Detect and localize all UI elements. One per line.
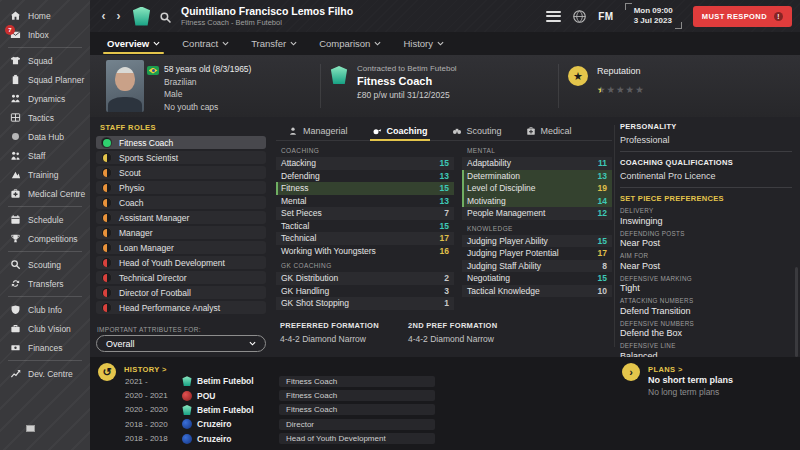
right-panel: PERSONALITY Professional COACHING QUALIF… <box>620 122 792 361</box>
staff-role-physio[interactable]: Physio <box>96 181 266 194</box>
staff-role-assistant-manager[interactable]: Assistant Manager <box>96 211 266 224</box>
sidebar-item-label: Club Info <box>28 305 62 315</box>
sidebar-item-club-vision[interactable]: Club Vision <box>0 319 90 338</box>
staff-role-fitness-coach[interactable]: Fitness Coach <box>96 136 266 149</box>
personality-value: Professional <box>620 135 792 145</box>
attribute-rows: Adaptability11Determination13Level of Di… <box>462 157 612 220</box>
history-row[interactable]: 2020 - 2021POUFitness Coach <box>125 388 435 402</box>
staff-role-loan-manager[interactable]: Loan Manager <box>96 241 266 254</box>
staff-role-label: Head of Youth Development <box>119 258 225 268</box>
game-clock[interactable]: Mon 09:00 3 Jul 2023 <box>625 3 682 29</box>
staff-role-coach[interactable]: Coach <box>96 196 266 209</box>
sidebar-item-medical-centre[interactable]: Medical Centre <box>0 184 90 203</box>
attribute-tab-medical[interactable]: Medical <box>526 121 572 140</box>
sidebar-item-label: Home <box>28 11 51 21</box>
attribute-value: 3 <box>444 286 449 296</box>
sidebar-footer-icon[interactable] <box>26 425 35 432</box>
attribute-value: 1 <box>444 298 449 308</box>
sidebar-item-label: Tactics <box>28 113 54 123</box>
plans-header[interactable]: PLANS > <box>648 365 683 374</box>
attribute-row-people-management: People Management12 <box>462 207 612 220</box>
sidebar-item-staff[interactable]: Staff <box>0 146 90 165</box>
history-row[interactable]: 2018 - 2020CruzeiroDirector <box>125 417 435 431</box>
role-rating-icon <box>101 242 112 253</box>
sidebar-item-inbox[interactable]: 7Inbox <box>0 25 90 44</box>
history-role: Fitness Coach <box>286 377 337 386</box>
tab-transfer[interactable]: Transfer <box>240 32 308 55</box>
globe-icon[interactable] <box>572 9 587 24</box>
attribute-label: Defending <box>281 171 320 181</box>
scrollbar[interactable] <box>795 267 798 357</box>
tab-label: Transfer <box>251 38 286 49</box>
sidebar-item-finances[interactable]: Finances <box>0 338 90 357</box>
important-attributes-dropdown[interactable]: Overall <box>96 335 266 352</box>
search-icon[interactable] <box>159 10 172 23</box>
attribute-row-judging-staff-ability: Judging Staff Ability8 <box>462 260 612 273</box>
schedule-icon <box>10 214 21 225</box>
chevron-down-icon <box>374 41 381 46</box>
sidebar-item-transfers[interactable]: Transfers <box>0 274 90 293</box>
role-rating-icon <box>101 287 112 298</box>
attribute-label: Judging Staff Ability <box>467 261 541 271</box>
personality-header: PERSONALITY <box>620 122 792 131</box>
history-header[interactable]: HISTORY > <box>124 365 167 374</box>
history-years: 2020 - 2020 <box>125 405 182 414</box>
sidebar-item-scouting[interactable]: Scouting <box>0 255 90 274</box>
set-piece-category: AIM FOR <box>620 252 792 259</box>
attribute-row-defending: Defending13 <box>276 170 454 183</box>
staff-role-head-of-youth-development[interactable]: Head of Youth Development <box>96 256 266 269</box>
qualifications-value: Continental Pro Licence <box>620 171 792 181</box>
sidebar-item-training[interactable]: Training <box>0 165 90 184</box>
staff-icon <box>10 150 21 161</box>
set-piece-category: DEFENSIVE MARKING <box>620 275 792 282</box>
tab-contract[interactable]: Contract <box>171 32 240 55</box>
sidebar-item-data-hub[interactable]: Data Hub <box>0 127 90 146</box>
must-respond-button[interactable]: MUST RESPOND ! <box>693 6 792 27</box>
tab-overview[interactable]: Overview <box>96 32 171 55</box>
reputation-stars: ★★★★★★ <box>597 79 645 97</box>
tab-history[interactable]: History <box>392 32 455 55</box>
scouting-icon <box>10 259 21 270</box>
set-piece-category: DELIVERY <box>620 207 792 214</box>
sidebar-item-club-info[interactable]: Club Info <box>0 300 90 319</box>
attribute-column-mental: MENTALAdaptability11Determination13Level… <box>462 142 612 297</box>
staff-role-scout[interactable]: Scout <box>96 166 266 179</box>
sidebar-item-tactics[interactable]: Tactics <box>0 108 90 127</box>
sidebar-item-dev-centre[interactable]: Dev. Centre <box>0 364 90 383</box>
attribute-row-negotiating: Negotiating15 <box>462 272 612 285</box>
staff-role-label: Sports Scientist <box>119 153 178 163</box>
attribute-value: 13 <box>440 171 449 181</box>
attribute-value: 13 <box>598 171 607 181</box>
sidebar-item-home[interactable]: Home <box>0 6 90 25</box>
set-piece-list: DELIVERYInswingingDEFENDING POSTSNear Po… <box>620 207 792 361</box>
attribute-tab-coaching[interactable]: Coaching <box>372 121 428 140</box>
caps: No youth caps <box>164 101 251 114</box>
attribute-tab-scouting[interactable]: Scouting <box>452 121 502 140</box>
sidebar-item-schedule[interactable]: Schedule <box>0 210 90 229</box>
chevron-down-icon <box>437 41 444 46</box>
staff-role-label: Director of Football <box>119 288 191 298</box>
staff-role-sports-scientist[interactable]: Sports Scientist <box>96 151 266 164</box>
history-row[interactable]: 2018 - 2018CruzeiroHead of Youth Develop… <box>125 432 435 446</box>
sidebar-item-dynamics[interactable]: Dynamics <box>0 89 90 108</box>
sidebar-item-squad[interactable]: Squad <box>0 51 90 70</box>
training-icon <box>10 169 21 180</box>
back-arrow-icon[interactable]: ‹ <box>96 7 111 25</box>
attribute-label: GK Distribution <box>281 273 338 283</box>
attribute-label: Judging Player Ability <box>467 236 548 246</box>
history-years: 2021 - <box>125 377 182 386</box>
tab-comparison[interactable]: Comparison <box>308 32 392 55</box>
sidebar-item-competitions[interactable]: Competitions <box>0 229 90 248</box>
history-row[interactable]: 2021 -Betim FutebolFitness Coach <box>125 374 435 388</box>
forward-arrow-icon[interactable]: › <box>111 7 126 25</box>
attribute-tab-managerial[interactable]: Managerial <box>288 121 348 140</box>
sidebar-item-squad-planner[interactable]: Squad Planner <box>0 70 90 89</box>
history-row[interactable]: 2020 - 2020Betim FutebolFitness Coach <box>125 403 435 417</box>
staff-role-head-performance-analyst[interactable]: Head Performance Analyst <box>96 301 266 314</box>
main-content: STAFF ROLES Fitness CoachSports Scientis… <box>90 117 800 357</box>
staff-role-manager[interactable]: Manager <box>96 226 266 239</box>
hamburger-menu-icon[interactable] <box>546 8 561 24</box>
staff-role-technical-director[interactable]: Technical Director <box>96 271 266 284</box>
staff-role-director-of-football[interactable]: Director of Football <box>96 286 266 299</box>
club-crest-icon <box>182 419 192 429</box>
